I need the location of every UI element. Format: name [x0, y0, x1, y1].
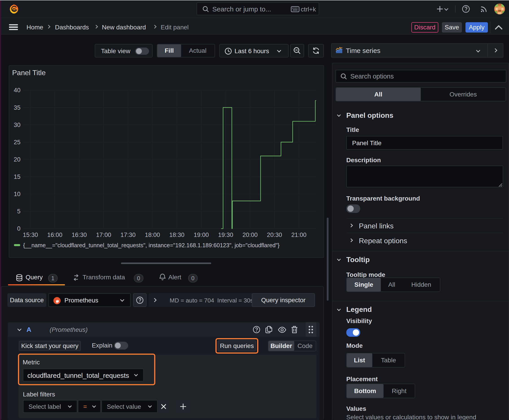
svg-text:20:00: 20:00: [243, 232, 258, 238]
svg-text:10: 10: [14, 191, 20, 197]
svg-text:17:00: 17:00: [96, 232, 111, 238]
svg-text:0: 0: [17, 225, 20, 232]
svg-text:5: 5: [17, 208, 20, 215]
svg-text:20: 20: [14, 156, 20, 163]
svg-text:19:30: 19:30: [218, 232, 233, 238]
svg-text:15: 15: [14, 173, 20, 180]
svg-text:15:30: 15:30: [23, 232, 38, 238]
svg-text:40: 40: [14, 87, 20, 94]
svg-text:16:00: 16:00: [47, 232, 62, 238]
svg-text:17:30: 17:30: [121, 232, 136, 238]
svg-text:25: 25: [14, 139, 20, 146]
svg-text:35: 35: [14, 104, 20, 111]
svg-text:18:30: 18:30: [169, 232, 184, 238]
svg-text:19:00: 19:00: [194, 232, 209, 238]
svg-text:20:30: 20:30: [267, 232, 282, 238]
svg-text:{__name__="cloudflared_tunnel_: {__name__="cloudflared_tunnel_total_requ…: [23, 242, 280, 248]
svg-text:18:00: 18:00: [145, 232, 160, 238]
svg-text:30: 30: [14, 122, 20, 128]
svg-text:21:00: 21:00: [291, 232, 307, 238]
svg-text:16:30: 16:30: [72, 232, 87, 238]
